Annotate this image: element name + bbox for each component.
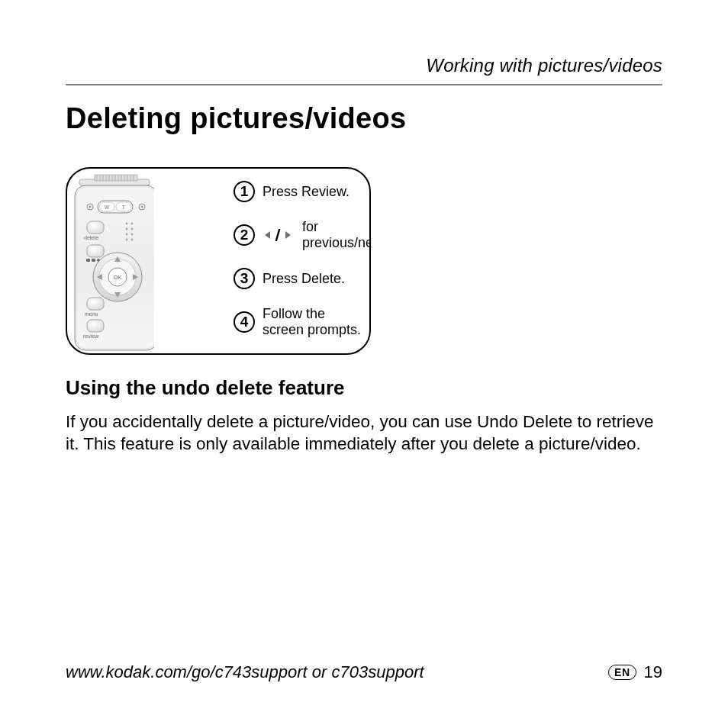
camera-illustration: W T delete menu review — [72, 173, 224, 352]
body-paragraph: If you accidentally delete a picture/vid… — [66, 411, 662, 456]
svg-point-31 — [126, 223, 128, 225]
step-text: Press Review. — [263, 184, 350, 200]
svg-line-48 — [276, 230, 279, 240]
svg-point-33 — [126, 228, 128, 230]
svg-point-18 — [89, 206, 92, 208]
svg-rect-26 — [86, 259, 90, 262]
step-1: 1 Press Review. — [234, 181, 362, 202]
svg-point-23 — [141, 206, 143, 208]
zoom-w-label: W — [105, 205, 110, 210]
svg-point-34 — [131, 228, 134, 230]
language-badge: EN — [608, 665, 636, 680]
arrow-left-icon — [263, 230, 273, 240]
step-text: Follow the screen prompts. — [263, 306, 362, 338]
svg-point-36 — [131, 234, 134, 236]
arrow-right-icon — [282, 230, 293, 240]
svg-rect-25 — [87, 245, 104, 257]
prev-next-icons — [263, 229, 293, 241]
svg-rect-29 — [87, 298, 104, 310]
running-header: Working with pictures/videos — [66, 55, 662, 76]
ok-label: OK — [114, 274, 122, 281]
svg-marker-47 — [265, 231, 270, 239]
svg-point-32 — [131, 223, 134, 225]
step-number: 4 — [234, 311, 255, 333]
page-footer: www.kodak.com/go/c743support or c703supp… — [66, 662, 662, 682]
subsection-title: Using the undo delete feature — [66, 376, 662, 400]
step-text: for previous/next. — [302, 219, 371, 251]
step-text: Press Delete. — [263, 271, 345, 287]
step-3: 3 Press Delete. — [234, 268, 362, 289]
zoom-t-label: T — [122, 205, 126, 210]
svg-rect-46 — [154, 185, 159, 350]
step-2: 2 for previous/next. — [234, 219, 362, 251]
svg-rect-1 — [95, 175, 137, 181]
step-number: 3 — [234, 268, 255, 289]
slash-icon — [275, 229, 281, 241]
page-number: 19 — [644, 662, 662, 682]
page-title: Deleting pictures/videos — [66, 102, 662, 135]
footer-url: www.kodak.com/go/c743support or c703supp… — [66, 662, 424, 682]
svg-rect-24 — [87, 221, 104, 234]
instruction-panel: W T delete menu review — [66, 167, 371, 355]
menu-label: menu — [85, 311, 98, 317]
step-number: 2 — [234, 224, 255, 246]
steps-list: 1 Press Review. 2 for previous/next. 3 P… — [234, 181, 362, 338]
header-rule — [66, 84, 662, 85]
delete-label: delete — [84, 235, 98, 240]
svg-point-37 — [126, 239, 128, 241]
svg-rect-30 — [87, 320, 104, 332]
svg-rect-27 — [92, 259, 95, 262]
step-number: 1 — [234, 181, 255, 202]
svg-point-38 — [131, 239, 134, 241]
step-4: 4 Follow the screen prompts. — [234, 306, 362, 338]
svg-point-35 — [126, 234, 128, 236]
svg-marker-49 — [285, 231, 291, 239]
review-label: review — [83, 333, 99, 339]
